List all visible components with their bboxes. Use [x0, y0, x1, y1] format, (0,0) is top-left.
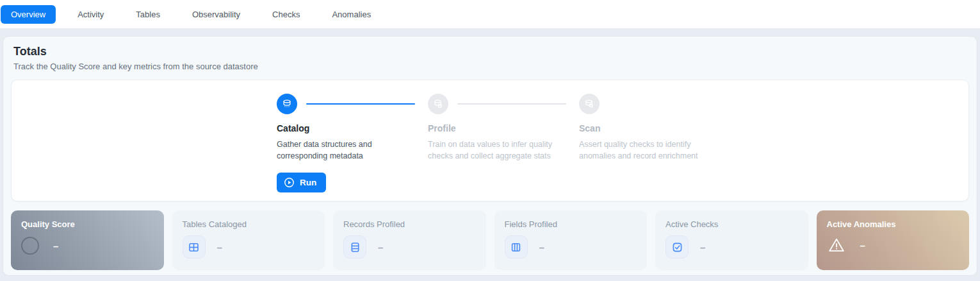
- metric-value: –: [217, 242, 222, 253]
- metric-label: Tables Cataloged: [183, 219, 315, 229]
- metric-label: Records Profiled: [343, 219, 476, 229]
- run-button[interactable]: Run: [277, 173, 326, 192]
- metric-value: –: [53, 241, 58, 251]
- step-description: Train on data values to infer quality ch…: [428, 139, 574, 162]
- page-subtitle: Track the Quality Score and key metrics …: [11, 62, 969, 71]
- metric-card-records-profiled: Records Profiled –: [333, 210, 486, 270]
- metric-label: Active Anomalies: [827, 219, 960, 229]
- metric-label: Quality Score: [21, 219, 154, 229]
- metric-value: –: [378, 242, 383, 253]
- check-square-icon: [666, 235, 689, 259]
- metric-card-active-anomalies: Active Anomalies –: [817, 210, 970, 270]
- quality-ring-icon: [21, 237, 39, 255]
- steps-row: Catalog Gather data structures and corre…: [277, 94, 968, 162]
- page-title: Totals: [11, 45, 969, 58]
- step-name: Scan: [579, 123, 730, 133]
- tab-overview[interactable]: Overview: [1, 5, 56, 24]
- database-icon: [277, 94, 297, 114]
- metric-value: –: [539, 242, 544, 253]
- warning-triangle-icon: [827, 237, 846, 253]
- metric-card-active-checks: Active Checks –: [655, 210, 808, 270]
- database-gauge-icon: [428, 94, 448, 114]
- step-connector: [457, 103, 566, 105]
- metric-label: Active Checks: [666, 219, 798, 229]
- tab-activity[interactable]: Activity: [67, 5, 114, 24]
- database-search-icon: [579, 94, 600, 114]
- step-catalog: Catalog Gather data structures and corre…: [277, 94, 428, 162]
- step-scan: Scan Assert quality checks to identify a…: [579, 94, 730, 162]
- field-columns-icon: [505, 235, 528, 259]
- step-description: Assert quality checks to identify anomal…: [579, 139, 725, 162]
- run-button-label: Run: [300, 178, 316, 187]
- step-connector: [306, 103, 415, 105]
- step-description: Gather data structures and corresponding…: [277, 139, 423, 162]
- operations-stepper-card: Catalog Gather data structures and corre…: [11, 80, 969, 201]
- play-circle-icon: [284, 177, 295, 188]
- metric-value: –: [700, 242, 705, 253]
- tab-observability[interactable]: Observability: [182, 5, 250, 24]
- step-profile: Profile Train on data values to infer qu…: [428, 94, 579, 162]
- tab-checks[interactable]: Checks: [262, 5, 310, 24]
- record-rows-icon: [343, 235, 366, 259]
- metric-label: Fields Profiled: [505, 219, 637, 229]
- tab-tables[interactable]: Tables: [126, 5, 170, 24]
- metric-value: –: [860, 240, 865, 251]
- metrics-row: Quality Score – Tables Cataloged –: [11, 210, 969, 270]
- metric-card-fields-profiled: Fields Profiled –: [494, 210, 648, 270]
- step-name: Catalog: [277, 123, 428, 133]
- tab-anomalies[interactable]: Anomalies: [322, 5, 381, 24]
- metric-card-quality-score: Quality Score –: [11, 210, 164, 270]
- step-name: Profile: [428, 123, 579, 133]
- totals-panel: Totals Track the Quality Score and key m…: [3, 36, 977, 276]
- table-grid-icon: [183, 235, 206, 259]
- metric-card-tables-cataloged: Tables Cataloged –: [172, 210, 325, 270]
- tab-bar: Overview Activity Tables Observability C…: [0, 0, 980, 28]
